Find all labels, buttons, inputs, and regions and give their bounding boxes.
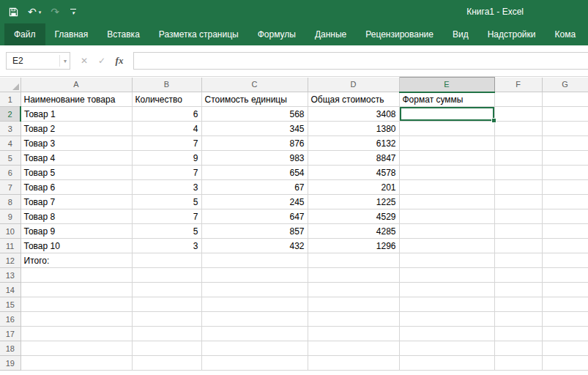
- save-button[interactable]: [9, 7, 18, 17]
- cell-F2[interactable]: [494, 107, 542, 122]
- ribbon-tab-файл[interactable]: Файл: [4, 23, 45, 45]
- cell-F7[interactable]: [494, 180, 542, 195]
- row-header-9[interactable]: 9: [0, 209, 21, 224]
- cell-E5[interactable]: [399, 151, 494, 166]
- cell-A6[interactable]: Товар 5: [21, 166, 132, 180]
- name-box-dropdown-icon[interactable]: ▾: [59, 55, 67, 67]
- col-header-G[interactable]: G: [542, 78, 588, 92]
- cell-A18[interactable]: [21, 341, 132, 356]
- col-header-A[interactable]: A: [21, 78, 132, 92]
- cell-A4[interactable]: Товар 3: [21, 136, 132, 151]
- ribbon-tab-разметка-страницы[interactable]: Разметка страницы: [149, 23, 248, 45]
- cell-G17[interactable]: [542, 327, 588, 341]
- ribbon-tab-надстройки[interactable]: Надстройки: [478, 23, 546, 45]
- col-header-D[interactable]: D: [308, 78, 399, 92]
- cell-C4[interactable]: 876: [201, 136, 308, 151]
- cell-A12[interactable]: Итого:: [21, 253, 132, 268]
- ribbon-tab-кома[interactable]: Кома: [546, 23, 586, 45]
- row-header-5[interactable]: 5: [0, 151, 21, 166]
- ribbon-tab-вид[interactable]: Вид: [443, 23, 478, 45]
- cell-G15[interactable]: [542, 297, 588, 312]
- cell-C5[interactable]: 983: [201, 151, 308, 166]
- cell-A7[interactable]: Товар 6: [21, 180, 132, 195]
- row-header-13[interactable]: 13: [0, 268, 21, 283]
- cell-G8[interactable]: [542, 195, 588, 209]
- redo-button[interactable]: ↷: [51, 7, 59, 17]
- cell-B8[interactable]: 5: [132, 195, 201, 209]
- cell-F17[interactable]: [494, 327, 542, 341]
- cell-E14[interactable]: [399, 283, 494, 297]
- cell-E4[interactable]: [399, 136, 494, 151]
- cell-C18[interactable]: [201, 341, 308, 356]
- cell-A8[interactable]: Товар 7: [21, 195, 132, 209]
- cell-F14[interactable]: [494, 283, 542, 297]
- cell-G16[interactable]: [542, 312, 588, 327]
- cell-F10[interactable]: [494, 224, 542, 239]
- cell-D4[interactable]: 6132: [308, 136, 399, 151]
- cell-E12[interactable]: [399, 253, 494, 268]
- cell-B10[interactable]: 5: [132, 224, 201, 239]
- cell-A1[interactable]: Наименование товара: [21, 92, 132, 107]
- cell-D6[interactable]: 4578: [308, 166, 399, 180]
- cell-B15[interactable]: [132, 297, 201, 312]
- cell-D14[interactable]: [308, 283, 399, 297]
- cell-F13[interactable]: [494, 268, 542, 283]
- cell-A10[interactable]: Товар 9: [21, 224, 132, 239]
- cell-G11[interactable]: [542, 239, 588, 253]
- cell-D17[interactable]: [308, 327, 399, 341]
- customize-quick-access-button[interactable]: ▾: [70, 9, 76, 15]
- cell-A5[interactable]: Товар 4: [21, 151, 132, 166]
- cell-C6[interactable]: 654: [201, 166, 308, 180]
- cell-E6[interactable]: [399, 166, 494, 180]
- cell-B3[interactable]: 4: [132, 122, 201, 136]
- cell-C12[interactable]: [201, 253, 308, 268]
- cell-E17[interactable]: [399, 327, 494, 341]
- cell-G3[interactable]: [542, 122, 588, 136]
- cell-C8[interactable]: 245: [201, 195, 308, 209]
- cell-F6[interactable]: [494, 166, 542, 180]
- cell-A14[interactable]: [21, 283, 132, 297]
- col-header-E[interactable]: E: [399, 78, 494, 92]
- cell-D13[interactable]: [308, 268, 399, 283]
- cell-G5[interactable]: [542, 151, 588, 166]
- cell-D5[interactable]: 8847: [308, 151, 399, 166]
- cell-B9[interactable]: 7: [132, 209, 201, 224]
- cell-B11[interactable]: 3: [132, 239, 201, 253]
- ribbon-tab-главная[interactable]: Главная: [45, 23, 98, 45]
- cell-D2[interactable]: 3408: [308, 107, 399, 122]
- cell-D15[interactable]: [308, 297, 399, 312]
- cell-E1[interactable]: Формат суммы: [399, 92, 494, 107]
- row-header-12[interactable]: 12: [0, 253, 21, 268]
- select-all-corner[interactable]: [0, 78, 21, 92]
- cell-B1[interactable]: Количество: [132, 92, 201, 107]
- row-header-7[interactable]: 7: [0, 180, 21, 195]
- cell-B4[interactable]: 7: [132, 136, 201, 151]
- cell-E9[interactable]: [399, 209, 494, 224]
- row-header-1[interactable]: 1: [0, 92, 21, 107]
- cell-E15[interactable]: [399, 297, 494, 312]
- cell-D10[interactable]: 4285: [308, 224, 399, 239]
- cell-A16[interactable]: [21, 312, 132, 327]
- cell-B12[interactable]: [132, 253, 201, 268]
- cell-F12[interactable]: [494, 253, 542, 268]
- cell-F3[interactable]: [494, 122, 542, 136]
- cell-C7[interactable]: 67: [201, 180, 308, 195]
- cell-B19[interactable]: [132, 356, 201, 371]
- row-header-16[interactable]: 16: [0, 312, 21, 327]
- cancel-button[interactable]: ✕: [76, 56, 92, 66]
- insert-function-button[interactable]: fx: [111, 55, 127, 67]
- cell-D3[interactable]: 1380: [308, 122, 399, 136]
- row-header-18[interactable]: 18: [0, 341, 21, 356]
- cell-B17[interactable]: [132, 327, 201, 341]
- cell-G19[interactable]: [542, 356, 588, 371]
- cell-F8[interactable]: [494, 195, 542, 209]
- cell-F19[interactable]: [494, 356, 542, 371]
- cell-F11[interactable]: [494, 239, 542, 253]
- cell-C10[interactable]: 857: [201, 224, 308, 239]
- cell-D7[interactable]: 201: [308, 180, 399, 195]
- cell-A19[interactable]: [21, 356, 132, 371]
- name-box[interactable]: E2 ▾: [6, 52, 70, 70]
- cell-E16[interactable]: [399, 312, 494, 327]
- cell-C2[interactable]: 568: [201, 107, 308, 122]
- cell-E19[interactable]: [399, 356, 494, 371]
